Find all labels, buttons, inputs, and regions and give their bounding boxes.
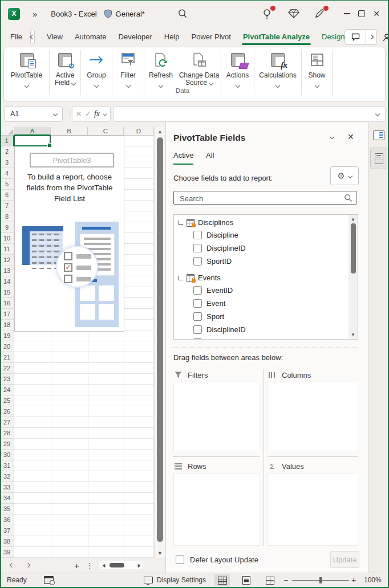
name-box-chevron-icon[interactable] bbox=[53, 112, 58, 116]
field-checkbox[interactable] bbox=[193, 231, 202, 239]
row-header-11[interactable]: 11 bbox=[0, 244, 14, 255]
row-header-3[interactable]: 3 bbox=[0, 157, 14, 168]
zoom-out-button[interactable]: − bbox=[283, 575, 288, 585]
column-header-c[interactable]: C bbox=[88, 127, 124, 136]
row-header-37[interactable]: 37 bbox=[0, 525, 14, 536]
row-header-2[interactable]: 2 bbox=[0, 146, 14, 157]
search-field[interactable] bbox=[173, 191, 357, 205]
row-header-5[interactable]: 5 bbox=[0, 179, 14, 190]
scroll-up-icon[interactable]: ▲ bbox=[349, 217, 358, 222]
tab-file[interactable]: File bbox=[10, 28, 22, 46]
field-checkbox[interactable] bbox=[193, 257, 202, 266]
active-cell-selection[interactable] bbox=[14, 135, 51, 146]
row-header-35[interactable]: 35 bbox=[0, 504, 14, 514]
collapse-glyph-icon[interactable] bbox=[179, 276, 183, 280]
search-icon[interactable] bbox=[177, 8, 188, 19]
horizontal-scroll-thumb[interactable] bbox=[110, 563, 124, 567]
close-button[interactable]: ✕ bbox=[370, 7, 383, 21]
fill-handle[interactable] bbox=[47, 143, 52, 148]
zoom-in-button[interactable]: + bbox=[351, 575, 356, 585]
field-item-sportid[interactable]: SportID bbox=[174, 255, 345, 268]
values-drop-zone[interactable] bbox=[268, 473, 358, 546]
tab-scroll-left-button[interactable] bbox=[30, 30, 35, 44]
row-header-10[interactable]: 10 bbox=[0, 233, 14, 244]
page-layout-view-button[interactable] bbox=[238, 574, 254, 586]
row-header-20[interactable]: 20 bbox=[0, 341, 14, 352]
row-header-36[interactable]: 36 bbox=[0, 514, 14, 525]
scroll-down-icon[interactable]: ▼ bbox=[349, 332, 358, 337]
row-header-22[interactable]: 22 bbox=[0, 363, 14, 374]
scroll-down-icon[interactable]: ▼ bbox=[155, 550, 165, 556]
tab-scroll-right-button[interactable] bbox=[366, 29, 377, 45]
field-item-discipline[interactable]: Discipline bbox=[174, 336, 345, 340]
prev-sheet-icon[interactable] bbox=[10, 563, 14, 567]
cancel-icon[interactable]: ✕ bbox=[76, 110, 82, 118]
premium-diamond-icon[interactable] bbox=[287, 7, 301, 21]
field-checkbox[interactable] bbox=[193, 286, 202, 295]
pane-layout-icon[interactable] bbox=[373, 130, 384, 140]
quick-access-overflow-chevron[interactable]: » bbox=[33, 9, 37, 19]
horizontal-scrollbar[interactable] bbox=[99, 561, 144, 569]
select-all-corner[interactable] bbox=[0, 127, 14, 136]
row-header-14[interactable]: 14 bbox=[0, 276, 14, 287]
feedback-pen-icon[interactable] bbox=[313, 7, 327, 21]
row-header-34[interactable]: 34 bbox=[0, 493, 14, 504]
row-header-18[interactable]: 18 bbox=[0, 320, 14, 330]
zoom-slider-thumb[interactable] bbox=[319, 577, 322, 583]
field-checkbox[interactable] bbox=[193, 299, 202, 308]
field-list-scrollbar[interactable]: ▲ ▼ bbox=[349, 215, 358, 339]
field-item-disciplineid[interactable]: DisciplineID bbox=[174, 323, 345, 336]
row-header-15[interactable]: 15 bbox=[0, 287, 14, 298]
excel-app-icon[interactable]: X bbox=[8, 8, 20, 20]
display-settings-button[interactable]: Display Settings bbox=[144, 576, 206, 584]
tools-gear-button[interactable]: ⚙ bbox=[330, 166, 359, 185]
pane-tab-all[interactable]: All bbox=[206, 151, 214, 164]
update-button[interactable]: Update bbox=[330, 551, 359, 568]
filters-drop-zone[interactable] bbox=[173, 382, 260, 451]
row-header-8[interactable]: 8 bbox=[0, 211, 14, 222]
tab-automate[interactable]: Automate bbox=[75, 28, 107, 46]
whats-new-lightbulb-icon[interactable] bbox=[260, 7, 274, 21]
tab-design[interactable]: Design bbox=[322, 28, 345, 46]
scroll-left-icon[interactable] bbox=[102, 564, 105, 567]
minimize-button[interactable] bbox=[340, 7, 354, 21]
defer-layout-checkbox[interactable] bbox=[176, 556, 184, 564]
next-sheet-icon[interactable] bbox=[26, 563, 30, 567]
row-header-13[interactable]: 13 bbox=[0, 266, 14, 276]
rows-drop-zone[interactable] bbox=[173, 473, 260, 546]
tab-help[interactable]: Help bbox=[164, 28, 180, 46]
change-data-source-button[interactable]: Change Data Source bbox=[177, 47, 221, 87]
pane-tab-active[interactable]: Active bbox=[173, 151, 193, 165]
row-header-32[interactable]: 32 bbox=[0, 471, 14, 482]
group-button[interactable]: Group bbox=[81, 47, 112, 85]
function-chevron-icon[interactable] bbox=[103, 112, 107, 116]
field-checkbox[interactable] bbox=[193, 312, 202, 321]
tab-developer[interactable]: Developer bbox=[119, 28, 152, 46]
sheet-options-icon[interactable]: ⋮ bbox=[86, 561, 94, 570]
sensitivity-label[interactable]: General* bbox=[116, 10, 145, 18]
column-header-b[interactable]: B bbox=[51, 127, 88, 136]
normal-view-button[interactable] bbox=[214, 574, 230, 586]
scroll-up-icon[interactable]: ▲ bbox=[155, 129, 165, 134]
row-header-26[interactable]: 26 bbox=[0, 406, 14, 417]
tab-view[interactable]: View bbox=[47, 28, 63, 46]
row-header-17[interactable]: 17 bbox=[0, 309, 14, 320]
maximize-button[interactable] bbox=[355, 7, 368, 21]
active-field-button[interactable]: ⚙ Active Field bbox=[50, 47, 80, 87]
comments-button[interactable] bbox=[345, 29, 366, 45]
field-table-disciplines[interactable]: Disciplines bbox=[174, 217, 345, 228]
scroll-right-icon[interactable] bbox=[137, 564, 140, 567]
field-item-event[interactable]: Event bbox=[174, 297, 345, 310]
pivottable-button[interactable]: PivotTable bbox=[4, 47, 49, 85]
field-checkbox[interactable] bbox=[193, 325, 202, 334]
formula-input[interactable] bbox=[113, 106, 386, 122]
field-checkbox[interactable] bbox=[193, 338, 202, 340]
pane-collapse-chevron-icon[interactable] bbox=[330, 134, 334, 139]
vertical-scrollbar[interactable]: ▲ ▼ bbox=[154, 127, 165, 558]
row-header-28[interactable]: 28 bbox=[0, 428, 14, 439]
record-macro-icon[interactable] bbox=[44, 576, 54, 584]
row-header-7[interactable]: 7 bbox=[0, 201, 14, 211]
row-header-33[interactable]: 33 bbox=[0, 482, 14, 493]
actions-button[interactable]: Actions bbox=[221, 47, 254, 85]
insert-function-icon[interactable]: fx bbox=[94, 109, 100, 119]
